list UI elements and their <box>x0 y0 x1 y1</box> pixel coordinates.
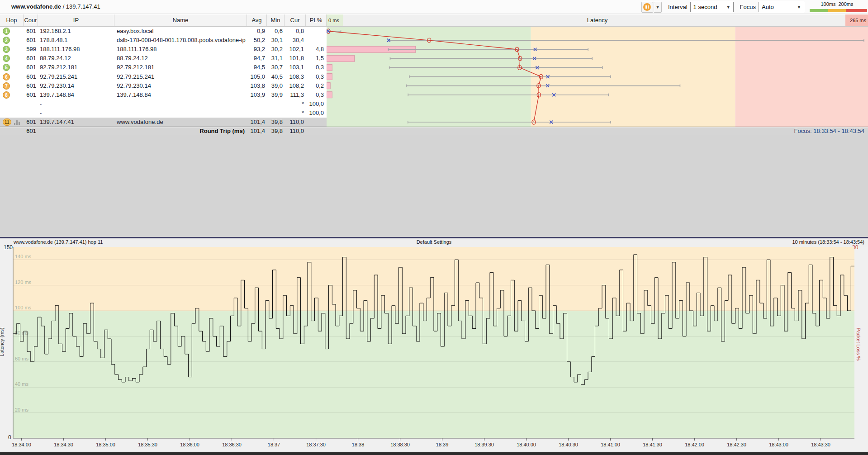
pl-cell <box>306 36 324 45</box>
hop-count-cell: 601 <box>24 81 36 90</box>
pause-button[interactable] <box>641 2 653 13</box>
avg-cell: 103,9 <box>247 90 265 100</box>
table-row[interactable]: 1601192.168.2.1easy.box.local0,90,60,8 <box>0 27 327 36</box>
name-cell: easy.box.local <box>117 27 246 36</box>
table-row[interactable]: 8601139.7.148.84139.7.148.84103,939,9111… <box>0 90 327 100</box>
min-cell: 39,0 <box>267 81 283 90</box>
cur-cell: 108,3 <box>285 72 304 81</box>
name-cell <box>117 100 246 109</box>
hop-badge: 1 <box>3 28 10 35</box>
min-cell: 39,8 <box>267 118 283 127</box>
min-cell: 30,7 <box>267 63 283 72</box>
legend-100ms-label: 100ms <box>821 1 835 7</box>
x-axis-tick-label: 18:35:00 <box>96 442 115 447</box>
x-axis-tick-label: 18:43:00 <box>769 442 788 447</box>
hop-count-cell: 601 <box>24 118 36 127</box>
x-axis-tick-label: 18:34:30 <box>54 442 73 447</box>
table-row[interactable]: 560192.79.212.18192.79.212.18194,530,710… <box>0 63 327 72</box>
col-header-count[interactable]: Cour <box>24 14 38 26</box>
x-axis-tick-label: 18:36:30 <box>222 442 242 447</box>
cur-cell: 102,1 <box>285 45 304 54</box>
svg-text:100 ms: 100 ms <box>15 305 32 310</box>
table-row[interactable]: -*100,0 <box>0 100 327 109</box>
name-cell: www.vodafone.de <box>117 118 246 127</box>
pause-menu-button[interactable]: ▼ <box>654 2 662 13</box>
table-row[interactable]: 2601178.8.48.1dslb-178-008-048-001.178.0… <box>0 36 327 45</box>
name-cell <box>117 109 246 118</box>
ip-cell: 139.7.147.41 <box>40 118 112 127</box>
hop-table: 1601192.168.2.1easy.box.local0,90,60,826… <box>0 27 327 127</box>
cur-cell: 111,3 <box>285 90 304 100</box>
col-header-name[interactable]: Name <box>114 14 247 26</box>
cur-cell: 101,8 <box>285 54 304 63</box>
hop-badge: 8 <box>3 91 10 99</box>
pl-cell: 1,5 <box>306 54 324 63</box>
x-axis-tick-label: 18:38:30 <box>390 442 410 447</box>
pl-cell: 0,2 <box>306 81 324 90</box>
cur-cell: 0,8 <box>285 27 304 36</box>
table-row[interactable]: 11601139.7.147.41www.vodafone.de101,439,… <box>0 118 327 127</box>
min-cell: 30,2 <box>267 45 283 54</box>
hop-count-cell: 599 <box>24 45 36 54</box>
pl-cell <box>306 27 324 36</box>
col-header-pl[interactable]: PL% <box>306 14 327 26</box>
table-header: Hop Cour IP Name Avg Min Cur PL% Latency… <box>0 14 868 27</box>
col-header-min[interactable]: Min <box>267 14 285 26</box>
pl-cell: 4,8 <box>306 45 324 54</box>
ip-cell: 192.168.2.1 <box>40 27 112 36</box>
ip-cell: 92.79.230.14 <box>40 81 112 90</box>
round-trip-count: 601 <box>24 127 36 135</box>
mini-graph-icon <box>14 120 21 125</box>
svg-text:40 ms: 40 ms <box>15 381 28 387</box>
ip-cell: 92.79.215.241 <box>40 72 112 81</box>
hop-badge: 3 <box>3 46 10 53</box>
hop-count-cell: 601 <box>24 54 36 63</box>
pl-cell: 0,3 <box>306 72 324 81</box>
x-axis-tick-label: 18:38 <box>352 442 365 447</box>
table-row[interactable]: 460188.79.24.1288.79.24.1294,731,1101,81… <box>0 54 327 63</box>
pingplotter-window: www.vodafone.de / 139.7.147.41 ▼ Interva… <box>0 0 868 455</box>
latency-color-legend: 100ms 200ms <box>810 1 867 13</box>
interval-label: Interval <box>668 4 688 10</box>
interval-select[interactable]: 1 second ▼ <box>690 2 734 12</box>
ip-cell: 178.8.48.1 <box>40 36 112 45</box>
table-row[interactable]: 660192.79.215.24192.79.215.241105,040,51… <box>0 72 327 81</box>
table-row[interactable]: 3599188.111.176.98188.111.176.9893,230,2… <box>0 45 327 54</box>
round-trip-min: 39,8 <box>267 127 283 135</box>
name-cell: 92.79.230.14 <box>117 81 246 90</box>
hop-count-cell: 601 <box>24 27 36 36</box>
svg-text:120 ms: 120 ms <box>15 280 32 285</box>
col-header-avg[interactable]: Avg <box>247 14 267 26</box>
latency-scale-min-label: 0 ms <box>327 14 343 26</box>
col-header-ip[interactable]: IP <box>38 14 114 26</box>
latency-chart-title: Latency <box>327 14 868 26</box>
x-axis-tick-label: 18:35:30 <box>138 442 157 447</box>
ip-cell: 188.111.176.98 <box>40 45 112 54</box>
ip-cell: 88.79.24.12 <box>40 54 112 63</box>
x-axis-tick-label: 18:42:30 <box>727 442 746 447</box>
x-axis-tick-label: 18:41:30 <box>643 442 662 447</box>
avg-cell: 0,9 <box>247 27 265 36</box>
hop-count-cell <box>24 100 36 109</box>
ip-cell: - <box>40 100 112 109</box>
x-axis-tick-label: 18:43:30 <box>811 442 830 447</box>
x-axis-tick-label: 18:40:30 <box>559 442 578 447</box>
focus-label: Focus <box>740 4 756 10</box>
x-axis-tick-label: 18:42:00 <box>685 442 704 447</box>
timeline-latency-graph: 140 ms120 ms100 ms80 ms60 ms40 ms20 ms18… <box>0 238 868 452</box>
target-title: www.vodafone.de / 139.7.147.41 <box>11 3 100 10</box>
table-row[interactable]: -*100,0 <box>0 109 327 118</box>
min-cell: 30,1 <box>267 36 283 45</box>
round-trip-avg: 101,4 <box>247 127 265 135</box>
col-header-hop[interactable]: Hop <box>0 14 24 26</box>
pl-cell: 100,0 <box>306 100 324 109</box>
focus-select[interactable]: Auto ▼ <box>759 2 804 12</box>
cur-cell: 103,1 <box>285 63 304 72</box>
pl-cell <box>306 118 324 127</box>
cur-cell: 108,2 <box>285 81 304 90</box>
table-row[interactable]: 760192.79.230.1492.79.230.14103,839,0108… <box>0 81 327 90</box>
min-cell: 0,6 <box>267 27 283 36</box>
chevron-down-icon: ▼ <box>797 5 801 9</box>
min-cell: 31,1 <box>267 54 283 63</box>
col-header-cur[interactable]: Cur <box>285 14 306 26</box>
